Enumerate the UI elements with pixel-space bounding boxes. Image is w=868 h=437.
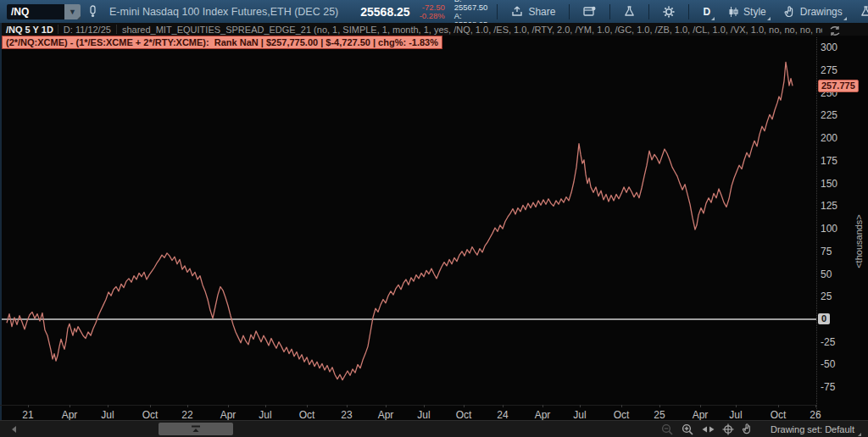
scroll-left-icon[interactable]: [12, 426, 16, 433]
y-tick-label: 100: [821, 223, 837, 235]
x-tick-label: 26: [810, 409, 821, 421]
drawing-set-selector[interactable]: Drawing set: Default: [767, 423, 861, 436]
x-tick-label: Apr: [378, 409, 394, 421]
zoom-in-icon[interactable]: [682, 423, 694, 435]
y-tick-label: -25: [821, 336, 835, 348]
x-tick-label: 22: [181, 409, 192, 421]
x-tick-label: Apr: [535, 409, 551, 421]
x-tick-label: 21: [22, 409, 33, 421]
zero-line-tag: 0: [818, 313, 830, 324]
dock-collapse-icon: [191, 425, 201, 433]
x-tick-mark: [347, 405, 348, 407]
y-tick-label: 300: [821, 41, 837, 53]
x-tick-mark: [187, 405, 188, 407]
x-tick-mark: [778, 405, 779, 407]
current-value-tag: 257.775: [818, 80, 859, 92]
y-tick-label: 225: [821, 109, 837, 121]
x-tick-label: Oct: [614, 409, 630, 421]
x-tick-mark: [503, 405, 504, 407]
x-tick-label: Oct: [771, 409, 787, 421]
y-tick-label: 275: [821, 64, 837, 76]
x-tick-label: Jul: [101, 409, 114, 421]
x-tick-label: Jul: [259, 409, 271, 421]
x-tick-mark: [621, 405, 622, 407]
x-axis-line: [0, 405, 816, 406]
x-tick-label: Apr: [220, 409, 236, 421]
x-tick-mark: [265, 405, 266, 407]
x-tick-mark: [150, 405, 151, 407]
x-tick-mark: [307, 405, 308, 407]
zoom-out-icon[interactable]: [661, 423, 674, 435]
x-tick-mark: [659, 405, 660, 407]
x-tick-mark: [228, 405, 229, 407]
x-tick-mark: [464, 405, 465, 407]
hand-tool-icon[interactable]: [742, 423, 753, 434]
price-line: [7, 62, 793, 379]
x-tick-label: Apr: [693, 409, 709, 421]
x-tick-mark: [70, 405, 70, 407]
collapse-timeline-button[interactable]: [159, 423, 233, 435]
x-tick-mark: [580, 405, 581, 407]
y-tick-label: 50: [821, 268, 832, 280]
x-tick-mark: [424, 405, 425, 407]
pan-arrows-icon[interactable]: [702, 425, 715, 434]
x-tick-mark: [815, 405, 816, 407]
y-tick-label: 125: [821, 200, 837, 212]
y-tick-label: 75: [821, 246, 832, 257]
chart-plot-area[interactable]: [0, 0, 868, 437]
x-tick-mark: [542, 405, 543, 407]
x-tick-mark: [700, 405, 701, 407]
y-axis-line: [816, 37, 817, 421]
x-tick-label: 23: [341, 409, 352, 421]
x-tick-label: Jul: [573, 409, 586, 421]
y-tick-label: -50: [821, 358, 835, 370]
y-tick-label: 175: [821, 155, 837, 167]
x-tick-label: 25: [654, 409, 665, 421]
x-tick-label: Oct: [456, 409, 472, 421]
chart-status-bar: Drawing set: Default: [0, 420, 868, 437]
y-tick-label: -75: [821, 381, 835, 393]
y-tick-label: 150: [821, 178, 837, 190]
x-tick-mark: [108, 405, 108, 407]
thinkorswim-chart-window: /NQ ▼ E-mini Nasdaq 100 Index Futures,ET…: [0, 0, 868, 437]
x-tick-mark: [386, 405, 387, 407]
crosshair-icon[interactable]: [722, 423, 734, 435]
x-tick-label: Jul: [417, 409, 430, 421]
y-axis-unit-label: <thousands>: [854, 212, 864, 271]
dropdown-corner-icon: [858, 433, 861, 436]
y-tick-label: 200: [821, 132, 837, 144]
drawing-set-label: Drawing set: Default: [771, 424, 854, 434]
x-tick-label: Jul: [729, 409, 742, 421]
x-tick-label: Oct: [299, 409, 315, 421]
y-tick-label: 25: [821, 290, 832, 302]
x-tick-mark: [28, 405, 29, 407]
x-tick-label: Oct: [142, 409, 159, 421]
x-tick-label: 24: [497, 409, 508, 421]
x-tick-mark: [736, 405, 737, 407]
x-tick-label: Apr: [62, 409, 78, 421]
status-bar-tools: Drawing set: Default: [661, 423, 861, 436]
